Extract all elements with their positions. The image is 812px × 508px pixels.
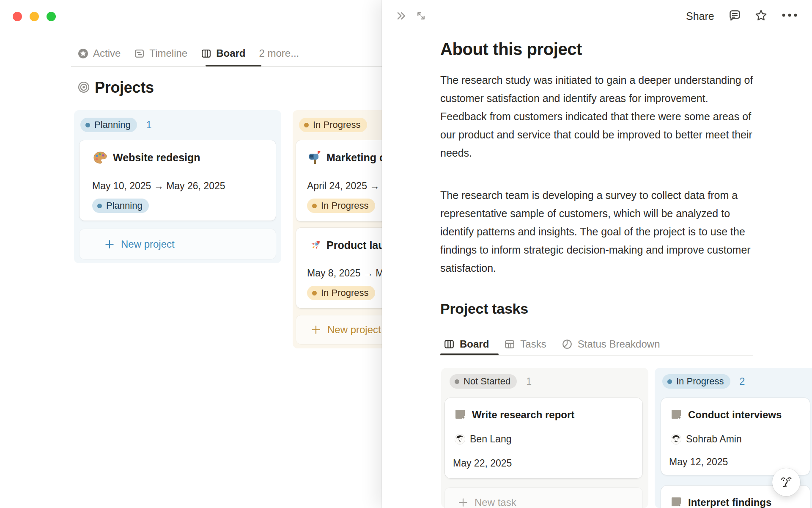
section-heading-about: About this project — [440, 40, 582, 59]
tab-label: Timeline — [149, 47, 187, 59]
app-window: Active Timeline Board 2 more... Projects… — [0, 0, 812, 508]
section-heading-tasks: Project tasks — [440, 301, 528, 317]
window-zoom-button[interactable] — [47, 12, 56, 21]
tab-active[interactable]: Active — [78, 45, 121, 62]
page-peek-panel: Share About this project The research st… — [382, 0, 812, 508]
task-note-icon — [670, 409, 682, 420]
card-status-pill: Planning — [92, 199, 149, 213]
tab-label: Board — [216, 47, 245, 59]
board-icon — [444, 339, 455, 350]
card-title: Interpret findings — [688, 497, 771, 508]
avatar-ben-lang — [455, 434, 465, 444]
card-title: Website redesign — [113, 152, 200, 164]
card-title: Write research report — [472, 409, 574, 421]
tab-timeline[interactable]: Timeline — [134, 45, 187, 62]
favorite-star-icon[interactable] — [754, 8, 768, 22]
star-circle-icon — [78, 48, 88, 59]
card-date: May 12, 2025 — [669, 456, 728, 468]
pie-chart-icon — [562, 339, 573, 350]
plus-icon — [458, 497, 469, 508]
notion-cursor-button[interactable] — [772, 468, 800, 496]
task-card-conduct-interviews[interactable]: Conduct interviews Sohrab Amin May 12, 2… — [661, 398, 810, 475]
tabs-divider — [440, 355, 753, 356]
view-tabs: Active Timeline Board 2 more... — [78, 45, 299, 62]
tab-label: Board — [460, 338, 489, 350]
status-dot — [455, 379, 459, 384]
avatar-sohrab-amin — [671, 434, 681, 444]
column-count: 1 — [526, 376, 532, 387]
new-task-button[interactable]: New task — [445, 488, 642, 508]
new-project-label: New project — [121, 238, 175, 250]
status-pill-in-progress[interactable]: In Progress — [299, 118, 367, 132]
window-close-button[interactable] — [13, 12, 22, 21]
card-title: Conduct interviews — [688, 409, 782, 421]
status-dot — [667, 379, 672, 384]
card-dates: April 24, 2025 → M — [307, 180, 390, 192]
face-cursor-icon — [778, 474, 794, 490]
task-note-icon — [454, 409, 466, 420]
tab-label: Active — [93, 47, 121, 59]
card-assignee: Sohrab Amin — [671, 433, 742, 445]
more-options-icon[interactable] — [781, 13, 798, 18]
card-assignee: Ben Lang — [455, 433, 511, 445]
timeline-icon — [134, 48, 145, 59]
about-paragraph-2: The research team is developing a survey… — [440, 186, 754, 277]
status-pill-in-progress[interactable]: In Progress — [662, 374, 730, 389]
comments-icon[interactable] — [728, 8, 742, 22]
card-title: Product laun — [326, 239, 391, 251]
rocket-icon — [307, 238, 323, 253]
status-dot — [312, 204, 317, 208]
new-project-button[interactable]: New project — [80, 229, 276, 259]
about-paragraph-1: The research study was initiated to gain… — [440, 71, 754, 162]
tab-label: 2 more... — [259, 47, 299, 59]
card-dates: May 10, 2025 → May 26, 2025 — [92, 180, 225, 192]
card-status-pill: In Progress — [307, 199, 375, 213]
tasks-view-tabs: Board Tasks Status Breakdown — [444, 336, 660, 353]
table-icon — [504, 339, 515, 350]
expand-page-icon[interactable] — [415, 10, 427, 22]
mailbox-icon — [307, 150, 323, 166]
palette-icon — [93, 150, 108, 166]
card-dates: May 8, 2025 → Ma — [307, 268, 389, 279]
board-column-planning: Planning 1 Website redesign May 10, 2025… — [74, 110, 281, 263]
status-dot — [312, 291, 317, 295]
task-card-write-research-report[interactable]: Write research report Ben Lang May 22, 2… — [445, 398, 642, 478]
tab-tasks[interactable]: Tasks — [504, 336, 546, 353]
column-count: 1 — [146, 119, 152, 131]
card-status-pill: In Progress — [307, 286, 375, 300]
window-minimize-button[interactable] — [30, 12, 39, 21]
tab-board[interactable]: Board — [201, 45, 245, 62]
task-note-icon — [670, 496, 682, 508]
status-pill-planning[interactable]: Planning — [80, 118, 137, 132]
tab-label: Tasks — [520, 338, 546, 350]
target-icon — [77, 81, 90, 94]
status-dot — [304, 123, 309, 127]
column-count: 2 — [740, 376, 745, 387]
share-button[interactable]: Share — [686, 10, 714, 22]
selected-tab-underline — [206, 65, 261, 66]
tab-label: Status Breakdown — [578, 338, 660, 350]
status-dot — [97, 204, 102, 208]
status-pill-not-started[interactable]: Not Started — [450, 374, 517, 389]
tab-more-views[interactable]: 2 more... — [259, 45, 299, 62]
tab-status-breakdown[interactable]: Status Breakdown — [562, 336, 660, 353]
status-dot — [85, 123, 90, 127]
board-icon — [201, 48, 211, 59]
close-peek-icon[interactable] — [395, 10, 408, 22]
card-title: Marketing c — [326, 152, 385, 164]
new-project-label: New project — [327, 324, 381, 336]
card-date: May 22, 2025 — [453, 458, 512, 469]
plus-icon — [104, 239, 115, 250]
new-task-label: New task — [475, 497, 516, 508]
task-column-not-started: Not Started 1 Write research report Ben … — [441, 368, 648, 508]
plus-icon — [310, 324, 321, 335]
project-card-website-redesign[interactable]: Website redesign May 10, 2025 → May 26, … — [80, 140, 276, 221]
tab-board[interactable]: Board — [444, 336, 489, 353]
page-title: Projects — [95, 79, 154, 97]
